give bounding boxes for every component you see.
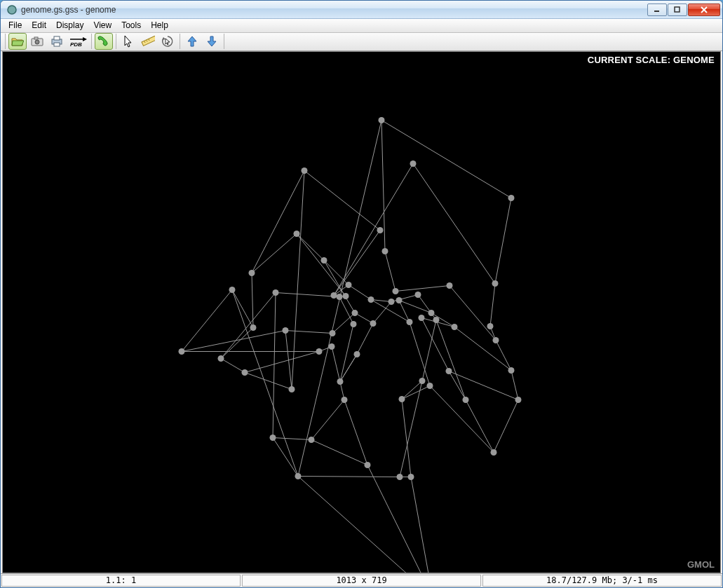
- svg-point-105: [410, 160, 417, 167]
- svg-point-111: [249, 270, 255, 276]
- svg-line-25: [252, 170, 304, 273]
- minimize-button[interactable]: [647, 4, 667, 16]
- svg-line-90: [411, 477, 433, 573]
- menu-edit[interactable]: Edit: [27, 20, 51, 31]
- titlebar[interactable]: genome.gs.gss - genome: [1, 1, 722, 19]
- svg-line-94: [311, 439, 367, 465]
- toolbar: PDB: [1, 33, 722, 51]
- up-button[interactable]: [183, 33, 201, 50]
- svg-point-145: [446, 368, 452, 374]
- svg-line-24: [304, 170, 380, 230]
- svg-point-127: [492, 280, 499, 287]
- print-button[interactable]: [48, 33, 66, 50]
- svg-point-126: [447, 282, 453, 289]
- svg-line-36: [385, 251, 396, 291]
- svg-line-92: [494, 399, 518, 452]
- svg-line-87: [298, 476, 433, 573]
- svg-point-129: [419, 315, 425, 321]
- svg-line-40: [232, 289, 298, 476]
- svg-rect-9: [54, 36, 60, 40]
- rotate-button[interactable]: [158, 33, 177, 50]
- svg-point-109: [179, 348, 185, 355]
- close-button[interactable]: [688, 4, 720, 16]
- export-pdb-button[interactable]: PDB: [67, 33, 88, 50]
- svg-marker-19: [188, 36, 196, 46]
- svg-line-29: [495, 198, 511, 283]
- svg-point-153: [295, 473, 302, 479]
- svg-point-146: [419, 378, 426, 384]
- svg-line-79: [449, 371, 518, 399]
- svg-line-63: [454, 327, 511, 370]
- window-title: genome.gs.gss - genome: [21, 5, 647, 15]
- svg-point-130: [407, 319, 413, 325]
- svg-point-139: [218, 355, 224, 362]
- status-center: 1013 x 719: [242, 575, 481, 587]
- svg-point-103: [379, 117, 385, 123]
- statusbar: 1.1: 1 1013 x 719 18.7/127.9 Mb; 3/-1 ms: [1, 573, 722, 587]
- svg-point-108: [377, 227, 384, 233]
- svg-line-75: [311, 399, 344, 439]
- menu-view[interactable]: View: [88, 20, 116, 31]
- svg-rect-10: [54, 43, 60, 46]
- menu-help[interactable]: Help: [146, 20, 173, 31]
- svg-marker-12: [83, 37, 87, 41]
- arrow-down-icon: [207, 36, 217, 47]
- down-button[interactable]: [203, 33, 221, 50]
- camera-icon: [31, 36, 43, 46]
- svg-point-117: [346, 282, 352, 288]
- svg-point-104: [302, 167, 308, 174]
- svg-line-64: [357, 323, 373, 354]
- app-icon: [6, 4, 18, 15]
- toolbar-separator: [224, 34, 224, 49]
- svg-line-49: [396, 285, 450, 291]
- pointer-button[interactable]: [119, 33, 137, 50]
- svg-line-95: [340, 354, 357, 381]
- svg-line-101: [373, 301, 391, 323]
- svg-point-138: [250, 324, 257, 331]
- svg-line-72: [221, 358, 245, 372]
- svg-point-107: [294, 231, 300, 237]
- svg-point-161: [270, 435, 276, 441]
- svg-line-97: [273, 292, 276, 437]
- svg-point-119: [352, 310, 358, 316]
- svg-line-82: [430, 385, 494, 452]
- svg-point-121: [388, 299, 395, 305]
- svg-line-27: [413, 163, 495, 283]
- svg-point-110: [382, 248, 388, 254]
- svg-point-6: [35, 40, 39, 44]
- svg-point-148: [463, 397, 469, 403]
- svg-point-112: [321, 257, 327, 264]
- svg-point-115: [331, 292, 337, 299]
- svg-line-68: [332, 346, 344, 399]
- menu-display[interactable]: Display: [51, 20, 88, 31]
- svg-marker-20: [208, 36, 216, 46]
- maximize-button[interactable]: [668, 4, 687, 16]
- svg-line-59: [422, 320, 436, 381]
- open-button[interactable]: [8, 33, 27, 50]
- measure-button[interactable]: [139, 33, 157, 50]
- svg-line-46: [339, 296, 353, 324]
- svg-point-123: [396, 297, 403, 303]
- svg-line-71: [221, 327, 253, 358]
- svg-line-81: [400, 381, 422, 477]
- call-button[interactable]: [95, 33, 113, 50]
- menu-tools[interactable]: Tools: [116, 20, 146, 31]
- svg-line-77: [402, 381, 422, 399]
- svg-point-151: [493, 337, 499, 343]
- svg-point-132: [370, 320, 377, 327]
- snapshot-button[interactable]: [28, 33, 46, 50]
- toolbar-separator: [91, 34, 92, 49]
- svg-line-73: [245, 372, 292, 389]
- status-right: 18.7/127.9 Mb; 3/-1 ms: [482, 575, 722, 587]
- svg-line-34: [182, 289, 232, 351]
- viewport[interactable]: CURRENT SCALE: GENOME GMOL: [2, 51, 721, 573]
- svg-point-156: [491, 449, 497, 456]
- arrow-up-icon: [187, 36, 197, 47]
- maximize-icon: [674, 6, 681, 13]
- svg-point-137: [283, 327, 289, 334]
- pdb-arrow-icon: PDB: [69, 36, 87, 47]
- status-left: 1.1: 1: [1, 575, 241, 587]
- menu-file[interactable]: File: [4, 20, 27, 31]
- app-watermark: GMOL: [687, 559, 715, 570]
- svg-line-83: [466, 399, 494, 452]
